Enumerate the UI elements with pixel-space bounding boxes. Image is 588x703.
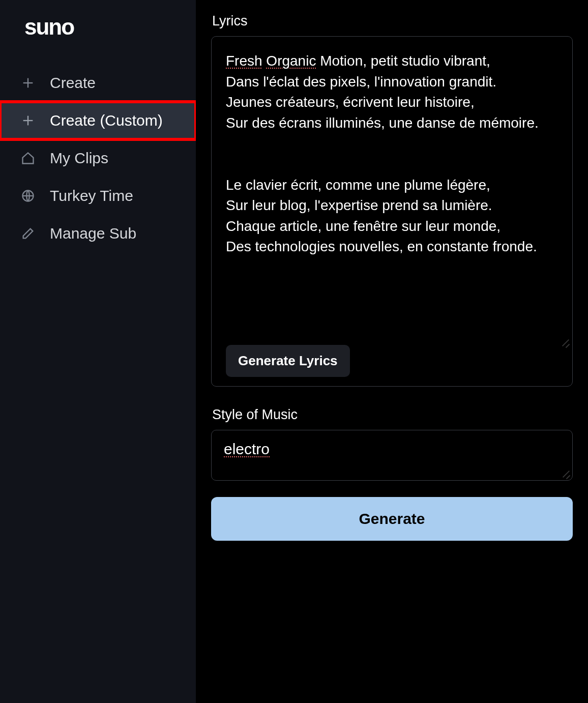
sidebar-item-label: My Clips: [50, 150, 108, 167]
logo: suno: [0, 14, 196, 64]
lyrics-label: Lyrics: [212, 13, 573, 29]
globe-icon: [20, 188, 36, 203]
resize-handle-icon[interactable]: [559, 336, 569, 346]
sidebar-item-label: Turkey Time: [50, 187, 133, 204]
edit-icon: [20, 226, 36, 241]
generate-button[interactable]: Generate: [211, 497, 573, 541]
main-panel: Lyrics Fresh Organic Motion, petit studi…: [196, 0, 588, 703]
generate-lyrics-button[interactable]: Generate Lyrics: [226, 345, 350, 377]
lyrics-box: Fresh Organic Motion, petit studio vibra…: [211, 36, 573, 387]
lyrics-textarea[interactable]: Fresh Organic Motion, petit studio vibra…: [226, 51, 558, 336]
home-icon: [20, 151, 36, 166]
plus-icon: [20, 75, 36, 91]
plus-icon: [20, 113, 36, 128]
sidebar-item-manage-sub[interactable]: Manage Sub: [0, 215, 196, 252]
sidebar-item-my-clips[interactable]: My Clips: [0, 139, 196, 177]
style-input[interactable]: electro: [211, 430, 573, 481]
sidebar-item-label: Create: [50, 74, 96, 92]
style-label: Style of Music: [212, 407, 573, 423]
sidebar-item-turkey-time[interactable]: Turkey Time: [0, 177, 196, 215]
resize-handle-icon[interactable]: [560, 467, 570, 478]
sidebar-item-create-custom[interactable]: Create (Custom): [0, 102, 196, 139]
sidebar-item-create[interactable]: Create: [0, 64, 196, 102]
sidebar: suno Create Create (Custom) My Clips Tur…: [0, 0, 196, 703]
sidebar-item-label: Manage Sub: [50, 225, 136, 242]
sidebar-item-label: Create (Custom): [50, 112, 163, 129]
